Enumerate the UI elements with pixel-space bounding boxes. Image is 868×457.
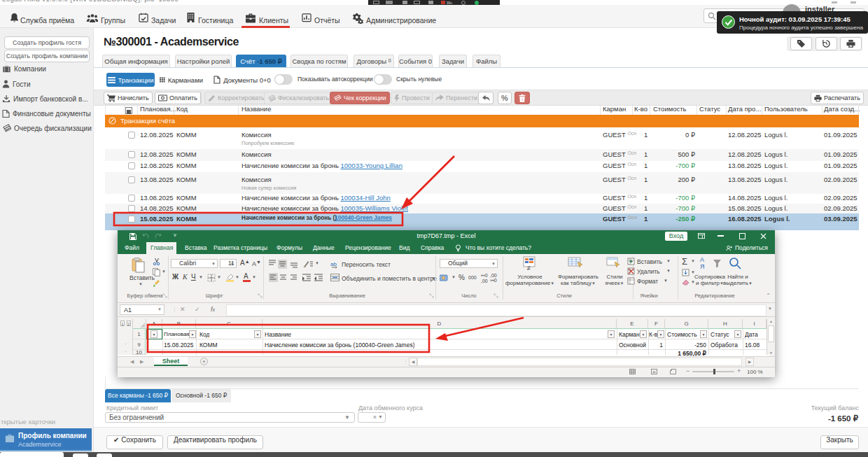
svg-text:≠: ≠ — [527, 265, 531, 271]
